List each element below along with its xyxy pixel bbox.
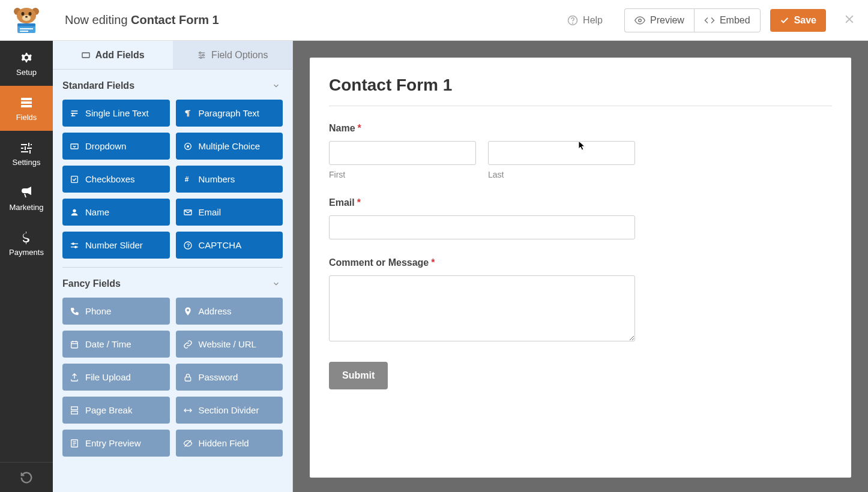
field-number-slider[interactable]: Number Slider [62, 232, 170, 259]
field-icon [70, 142, 79, 151]
sliders-icon [197, 50, 206, 60]
name-label: Name* [329, 123, 832, 134]
email-label: Email* [329, 197, 832, 208]
embed-button[interactable]: Embed [694, 8, 761, 32]
tab-add-fields[interactable]: Add Fields [53, 41, 173, 69]
svg-point-33 [72, 242, 74, 245]
undo-icon [20, 471, 33, 484]
help-button[interactable]: Help [558, 9, 612, 32]
field-hidden-field[interactable]: Hidden Field [176, 430, 283, 457]
rect-icon [81, 50, 91, 60]
svg-rect-10 [20, 31, 28, 32]
form-icon [19, 95, 34, 110]
save-button[interactable]: Save [770, 9, 826, 32]
field-icon: ? [183, 241, 193, 250]
field-name[interactable]: Name [62, 199, 170, 226]
nav-settings[interactable]: Settings [0, 131, 53, 176]
field-icon [70, 406, 79, 415]
svg-point-12 [573, 23, 573, 23]
email-input[interactable] [329, 215, 635, 239]
field-address[interactable]: Address [176, 298, 283, 325]
field-paragraph-text[interactable]: Paragraph Text [176, 100, 283, 127]
field-single-line-text[interactable]: TSingle Line Text [62, 100, 170, 127]
check-icon [780, 16, 789, 25]
svg-point-30 [73, 209, 76, 212]
form-canvas: Contact Form 1 Name* First Last Email* [293, 41, 868, 492]
field-sidebar: Add Fields Field Options Standard Fields… [53, 41, 293, 492]
svg-rect-9 [20, 28, 33, 29]
sliders-icon [19, 140, 34, 155]
field-icon [183, 109, 193, 118]
svg-point-35 [74, 245, 77, 248]
comment-textarea[interactable] [329, 275, 635, 341]
eye-icon [634, 15, 645, 26]
svg-point-21 [199, 52, 201, 53]
svg-rect-43 [71, 407, 78, 410]
app-logo [0, 7, 53, 34]
field-numbers[interactable]: #Numbers [176, 166, 283, 193]
field-dropdown[interactable]: Dropdown [62, 133, 170, 160]
field-date-time[interactable]: Date / Time [62, 331, 170, 358]
form-title: Contact Form 1 [329, 76, 832, 95]
topbar: Now editing Contact Form 1 Help Preview … [0, 0, 868, 41]
first-name-input[interactable] [329, 141, 476, 165]
nav-setup[interactable]: Setup [0, 41, 53, 86]
field-icon [70, 439, 79, 448]
chevron-down-icon [272, 280, 280, 288]
comment-label: Comment or Message* [329, 257, 832, 268]
code-icon [704, 15, 715, 26]
first-sublabel: First [329, 170, 476, 179]
nav-marketing[interactable]: Marketing [0, 176, 53, 221]
field-icon [70, 373, 79, 382]
field-multiple-choice[interactable]: Multiple Choice [176, 133, 283, 160]
field-page-break[interactable]: Page Break [62, 397, 170, 424]
field-phone[interactable]: Phone [62, 298, 170, 325]
svg-rect-17 [82, 53, 89, 58]
field-checkboxes[interactable]: Checkboxes [62, 166, 170, 193]
field-icon [70, 241, 79, 250]
help-icon [567, 15, 578, 26]
field-icon [183, 439, 193, 448]
field-password[interactable]: Password [176, 364, 283, 391]
svg-rect-14 [21, 98, 32, 100]
field-website-url[interactable]: Website / URL [176, 331, 283, 358]
field-icon [183, 142, 193, 151]
svg-rect-16 [21, 105, 32, 107]
form-preview[interactable]: Contact Form 1 Name* First Last Email* [310, 58, 851, 478]
field-icon [183, 208, 193, 217]
field-icon: # [183, 175, 193, 184]
gear-icon [19, 50, 34, 65]
field-icon: T [70, 109, 79, 118]
bear-logo-icon [11, 7, 41, 34]
chevron-down-icon [272, 82, 280, 90]
field-icon [183, 340, 193, 349]
field-entry-preview[interactable]: Entry Preview [62, 430, 170, 457]
close-icon [843, 13, 856, 26]
svg-rect-8 [17, 23, 35, 26]
nav-payments[interactable]: Payments [0, 221, 53, 266]
svg-rect-42 [185, 377, 190, 381]
svg-rect-38 [71, 341, 78, 348]
svg-text:T: T [71, 111, 74, 117]
close-button[interactable] [843, 13, 856, 28]
field-icon [70, 208, 79, 217]
undo-button[interactable] [0, 462, 53, 492]
field-captcha[interactable]: ?CAPTCHA [176, 232, 283, 259]
svg-point-6 [25, 16, 28, 18]
preview-button[interactable]: Preview [624, 8, 694, 32]
field-section-divider[interactable]: Section Divider [176, 397, 283, 424]
field-icon [70, 175, 79, 184]
submit-button[interactable]: Submit [329, 362, 388, 389]
tab-field-options[interactable]: Field Options [173, 41, 293, 69]
field-icon [70, 340, 79, 349]
field-icon [183, 373, 193, 382]
last-name-input[interactable] [488, 141, 635, 165]
field-email[interactable]: Email [176, 199, 283, 226]
svg-rect-44 [71, 411, 78, 414]
field-icon [70, 307, 79, 316]
standard-fields-header[interactable]: Standard Fields [62, 70, 283, 100]
field-file-upload[interactable]: File Upload [62, 364, 170, 391]
fancy-fields-header[interactable]: Fancy Fields [62, 268, 283, 298]
svg-point-4 [29, 12, 32, 16]
nav-fields[interactable]: Fields [0, 86, 53, 131]
